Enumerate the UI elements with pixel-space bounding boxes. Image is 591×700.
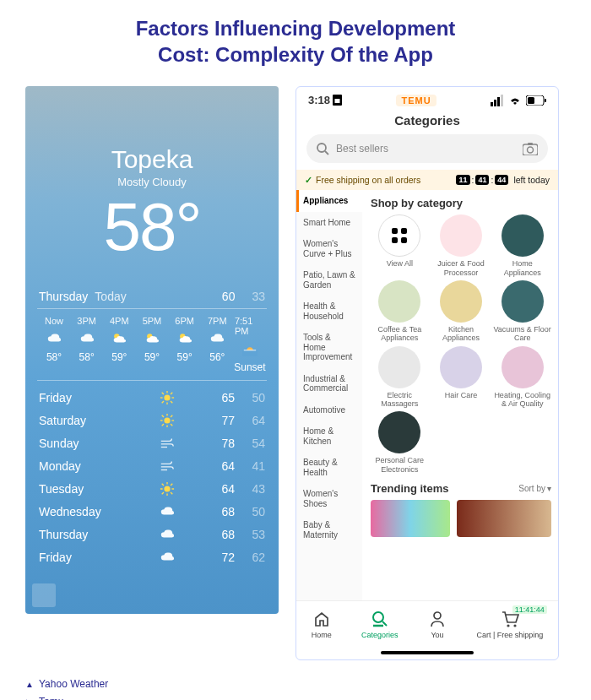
category-item[interactable]: Hair Care [432,346,491,409]
search-icon [317,143,329,155]
forecast-row: Wednesday6850 [39,500,265,523]
forecast-day: Thursday [39,528,122,541]
forecast-hi: 65 [213,391,235,404]
free-shipping-banner[interactable]: ✓ Free shipping on all orders 11: 41: 44… [296,170,558,190]
forecast-lo: 41 [243,459,265,473]
svg-rect-40 [523,144,538,155]
title-line-1: Factors Influencing Development [25,15,566,41]
svg-line-23 [171,415,172,417]
category-item[interactable]: Personal Care Electronics [371,411,429,474]
battery-icon [526,95,546,106]
svg-rect-43 [392,228,398,234]
forecast-row: Saturday7764 [39,409,265,431]
sidebar-item[interactable]: Women's Curve + Plus [296,233,362,264]
forecast-day: Friday [39,551,122,564]
forecast-day: Sunday [39,437,122,450]
weather-icon [122,504,213,519]
category-image [440,346,482,388]
search-input[interactable]: Best sellers [306,134,548,163]
sidebar-item[interactable]: Appliances [296,190,362,212]
forecast-lo: 64 [243,414,265,427]
weather-icon [111,331,127,346]
svg-point-52 [513,625,516,627]
forecast-day: Friday [39,391,122,404]
category-item[interactable]: Home Appliances [493,214,551,277]
svg-line-11 [162,393,164,394]
sidebar-item[interactable]: Home & Kitchen [296,421,362,452]
category-item[interactable]: View All [371,214,429,277]
svg-rect-37 [545,99,546,102]
camera-icon[interactable] [523,143,538,155]
forecast-day: Tuesday [39,482,122,496]
sidebar-item[interactable]: Beauty & Health [296,452,362,483]
hour-time: 7:51 PM [235,316,265,336]
forecast-row: Tuesday6443 [39,477,265,500]
forecast-hi: 68 [213,505,235,518]
sidebar-item[interactable]: Baby & Maternity [296,514,362,545]
sidebar-item[interactable]: Industrial & Commercial [296,368,362,399]
hour-temp: 58° [79,351,95,363]
svg-line-30 [171,492,172,494]
category-item[interactable]: Kitchen Appliances [432,280,491,343]
home-indicator[interactable] [381,651,474,654]
category-label: Personal Care Electronics [371,456,429,474]
forecast-lo: 53 [243,528,265,541]
hourly-forecast[interactable]: Now58°3PM58°4PM59°5PM59°6PM59°7PM56°7:51… [39,314,265,375]
sort-button[interactable]: Sort by ▾ [518,484,551,493]
weather-icon [177,331,192,346]
category-sidebar[interactable]: AppliancesSmart HomeWomen's Curve + Plus… [296,190,362,600]
tab-cart[interactable]: 11:41:44 Cart | Free shipping [476,610,543,639]
condition-label: Mostly Cloudy [39,176,265,188]
daily-forecast[interactable]: Friday6550Saturday7764Sunday7854Monday64… [39,386,265,568]
hour-time: 6PM [175,316,194,326]
category-label: Juicer & Food Processor [432,259,491,277]
hour-time: 7PM [208,316,227,326]
forecast-day: Monday [39,459,122,473]
forecast-lo: 50 [243,391,265,404]
weather-icon [122,550,213,565]
category-item[interactable]: Coffee & Tea Appliances [371,280,429,343]
hour-time: 3PM [77,316,96,326]
temu-logo: TEMU [396,95,436,106]
sidebar-item[interactable]: Smart Home [296,212,362,234]
today-hi: 60 [222,290,236,303]
forecast-row: Thursday6853 [39,523,265,545]
category-item[interactable]: Juicer & Food Processor [432,214,491,277]
city-label: Topeka [39,145,265,174]
trending-thumbnails[interactable] [371,500,551,537]
sidebar-item[interactable]: Health & Household [296,296,362,327]
sidebar-item[interactable]: Automotive [296,399,362,421]
category-item[interactable]: Vacuums & Floor Care [493,280,551,343]
forecast-row: Sunday7854 [39,431,265,454]
category-label: Kitchen Appliances [432,325,491,343]
hour-column: 5PM59° [137,316,167,373]
weather-channel-logo [32,583,56,607]
svg-point-41 [528,147,534,153]
hour-time: 5PM [143,316,162,326]
svg-line-39 [325,151,328,155]
forecast-day: Wednesday [39,505,122,518]
svg-line-29 [162,484,164,486]
category-label: View All [387,259,413,268]
category-item[interactable]: Heating, Cooling & Air Quality [493,346,551,409]
category-item[interactable]: Electric Massagers [371,346,429,409]
forecast-row: Friday7262 [39,545,265,568]
category-label: Heating, Cooling & Air Quality [493,391,551,409]
weather-icon [79,331,95,346]
svg-line-12 [171,401,172,403]
sidebar-item[interactable]: Patio, Lawn & Garden [296,264,362,296]
svg-rect-44 [401,228,407,234]
hour-column: 7:51 PMSunset [235,316,265,373]
svg-line-32 [171,484,172,486]
categories-icon [371,610,389,628]
sidebar-item[interactable]: Tools & Home Improvement [296,327,362,368]
forecast-lo: 62 [243,551,265,564]
tab-you[interactable]: You [428,610,447,639]
tab-home[interactable]: Home [312,610,332,639]
hour-column: 4PM59° [104,316,134,373]
sidebar-item[interactable]: Women's Shoes [296,483,362,514]
tab-bar: Home Categories You 11:41:44 Cart | Free… [296,600,558,648]
home-icon [312,610,331,628]
tab-categories[interactable]: Categories [361,610,399,639]
forecast-hi: 77 [213,414,235,427]
